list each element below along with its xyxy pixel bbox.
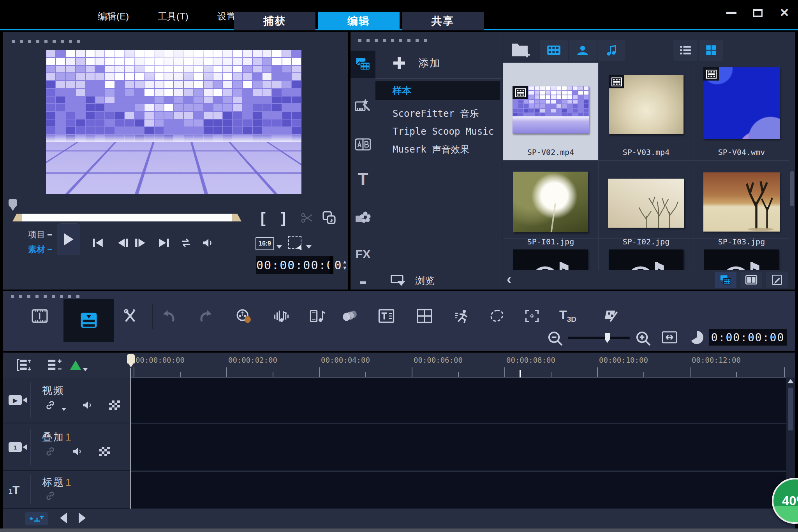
3d-title-button[interactable]: T3D: [558, 307, 578, 325]
timeline-scroll-toggle[interactable]: [25, 512, 48, 525]
next-frame-button[interactable]: [132, 236, 149, 250]
scrollbar-thumb[interactable]: [788, 388, 793, 430]
aspect-ratio-selector[interactable]: 16:9: [255, 237, 274, 250]
tab-capture[interactable]: 捕获: [234, 12, 315, 30]
library-item-sp-v04[interactable]: SP-V04.wmv: [694, 63, 789, 160]
timeline-ruler[interactable]: 00:00:00:0000:00:02:0000:00:04:0000:00:0…: [130, 353, 786, 377]
track-content-title[interactable]: [130, 472, 786, 508]
filter-photos-button[interactable]: [569, 40, 597, 61]
zoom-slider-thumb[interactable]: [605, 333, 610, 343]
list-view-button[interactable]: [673, 40, 698, 61]
track-header-video[interactable]: ▶ 视频: [3, 377, 130, 423]
close-button[interactable]: ✕: [778, 7, 791, 19]
maximize-button[interactable]: [751, 7, 765, 19]
preview-timecode[interactable]: 00:00:00:00 ▲▼: [256, 256, 329, 274]
enlarge-duplicate-icon[interactable]: [322, 210, 336, 225]
library-item-audio[interactable]: [694, 239, 789, 270]
track-content-video[interactable]: [130, 377, 786, 423]
dual-pane-button[interactable]: [740, 272, 762, 288]
sidebar-title-button[interactable]: T: [351, 167, 375, 191]
mark-in-button[interactable]: [: [261, 210, 266, 226]
go-to-end-button[interactable]: [156, 236, 172, 250]
minimize-button[interactable]: [725, 7, 738, 19]
track-header-overlay[interactable]: 1 叠加1: [3, 424, 130, 470]
zoom-in-button[interactable]: [635, 330, 652, 346]
library-item-sp-v03[interactable]: SP-V03.mp4: [599, 63, 694, 160]
track-opacity-icon[interactable]: [99, 447, 110, 456]
fit-project-button[interactable]: [661, 331, 678, 345]
collapse-panel-button[interactable]: ‹: [507, 271, 511, 288]
undo-button[interactable]: [159, 307, 179, 325]
sidebar-overlay-button[interactable]: [351, 205, 375, 230]
edit-options-button[interactable]: [766, 272, 788, 288]
split-clip-icon[interactable]: [300, 212, 314, 224]
menu-edit[interactable]: 编辑(E): [95, 9, 131, 24]
link-clips-icon[interactable]: [44, 400, 56, 411]
trim-end-handle[interactable]: [232, 214, 241, 221]
playhead-handle[interactable]: [127, 354, 135, 363]
timeline-timecode[interactable]: 0:00:00:00: [709, 329, 787, 346]
previous-frame-button[interactable]: [115, 236, 131, 250]
zoom-out-button[interactable]: [547, 330, 564, 346]
pan-zoom-button[interactable]: [522, 307, 542, 325]
link-clips-icon[interactable]: [44, 490, 56, 501]
add-track-button[interactable]: [47, 358, 65, 374]
scrubber-track[interactable]: [21, 214, 233, 221]
track-manager-button[interactable]: [16, 358, 34, 374]
motion-tracking-button[interactable]: [452, 307, 472, 325]
track-sound-icon[interactable]: [82, 400, 93, 411]
clip-mode-label[interactable]: 素材: [28, 244, 52, 255]
category-scorefitter[interactable]: ScoreFitter 音乐: [375, 104, 500, 123]
panel-grip[interactable]: [11, 295, 79, 298]
redo-button[interactable]: [196, 307, 216, 325]
spin-down-icon[interactable]: ▼: [342, 266, 347, 270]
scrubber-marker[interactable]: [9, 199, 17, 208]
library-item-sp-v02[interactable]: SP-V02.mp4: [503, 63, 598, 160]
aspect-dropdown-icon[interactable]: [277, 245, 282, 249]
subtitle-editor-button[interactable]: [376, 307, 396, 325]
storyboard-view-button[interactable]: [30, 307, 50, 325]
trim-start-handle[interactable]: [12, 214, 22, 221]
timecode-spinner[interactable]: ▲▼: [342, 260, 350, 270]
auto-music-button[interactable]: [308, 307, 328, 325]
tab-share[interactable]: 共享: [402, 12, 484, 30]
scroll-up-icon[interactable]: [787, 379, 794, 383]
category-triple-scoop[interactable]: Triple Scoop Music: [375, 122, 500, 141]
mask-creator-button[interactable]: [487, 307, 507, 325]
sidebar-filter-button[interactable]: FX: [351, 242, 375, 266]
record-capture-button[interactable]: [234, 307, 254, 325]
track-sound-icon[interactable]: [72, 446, 83, 457]
filter-videos-button[interactable]: [540, 40, 569, 61]
scroll-left-button[interactable]: [60, 513, 67, 523]
mix-tools-button[interactable]: [120, 307, 140, 325]
gallery-scrollbar[interactable]: [790, 62, 794, 270]
ripple-edit-button[interactable]: [70, 358, 88, 374]
filter-audio-button[interactable]: [597, 40, 626, 61]
sound-mixer-button[interactable]: [271, 307, 291, 325]
panel-grip[interactable]: [12, 40, 80, 43]
library-item-audio[interactable]: [503, 239, 598, 270]
go-to-start-button[interactable]: [90, 236, 106, 250]
selection-dropdown-icon[interactable]: [306, 245, 312, 249]
library-view-button[interactable]: [715, 272, 736, 288]
mask-flag-button[interactable]: [601, 307, 621, 325]
color-grading-button[interactable]: [340, 307, 360, 325]
play-button[interactable]: [57, 223, 80, 255]
category-samples[interactable]: 样本: [375, 81, 500, 100]
volume-button[interactable]: [200, 236, 216, 250]
chevron-down-icon[interactable]: [62, 408, 66, 411]
timeline-zoom-slider[interactable]: [568, 337, 630, 339]
timeline-view-button[interactable]: [63, 299, 114, 342]
track-content-overlay[interactable]: [130, 424, 786, 470]
tab-edit[interactable]: 编辑: [318, 12, 400, 30]
grid-view-button[interactable]: [699, 40, 723, 61]
add-folder-row[interactable]: 添加: [375, 47, 502, 79]
menu-tools[interactable]: 工具(T): [155, 9, 191, 24]
mark-out-button[interactable]: ]: [281, 210, 286, 226]
duration-button[interactable]: [689, 329, 705, 346]
sidebar-transition-button[interactable]: [351, 132, 375, 156]
project-mode-label[interactable]: 项目: [28, 229, 52, 241]
spin-up-icon[interactable]: ▲: [342, 260, 347, 264]
browse-button[interactable]: 浏览: [375, 272, 502, 290]
sidebar-instant-project-button[interactable]: [351, 93, 375, 118]
